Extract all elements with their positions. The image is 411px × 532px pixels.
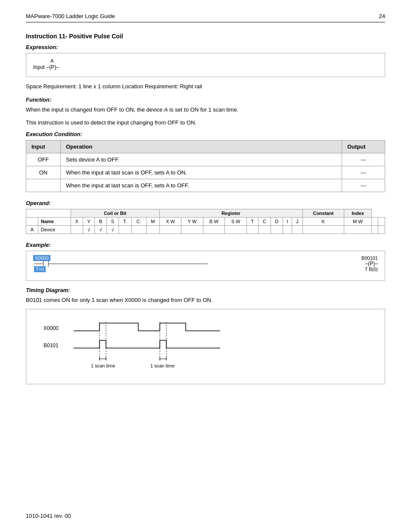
example-right-mid: –(P)– [365, 261, 378, 267]
highlight-x0000: X0000 [33, 255, 50, 261]
page: MAPware-7000 Ladder Logic Guide 24 Instr… [0, 0, 411, 532]
timing-x-label: X0000 [44, 325, 59, 331]
col-y: Y [83, 218, 95, 226]
col-d: D [271, 218, 283, 226]
index-header: Index [344, 209, 371, 218]
expression-label: Expression: [26, 44, 385, 50]
scan-label-2: 1 scan time [150, 363, 174, 368]
exec-cell-operation: When the input at last scan is OFF, sets… [61, 166, 342, 179]
col-c: C. [131, 218, 146, 226]
col-i: I [283, 218, 292, 226]
exec-cell-operation: Sets device A to OFF. [61, 153, 342, 166]
operand-row-label: A [26, 226, 38, 234]
function-label: Function: [26, 96, 385, 103]
page-header: MAPware-7000 Ladder Logic Guide 24 [26, 13, 385, 22]
col-b: B [95, 218, 107, 226]
constant-header: Constant [302, 209, 344, 218]
highlight-tx0: T×0 [34, 266, 46, 272]
exec-cell-input: ON [26, 166, 61, 179]
exec-col-output: Output [342, 140, 385, 153]
col-t2: T [246, 218, 258, 226]
col-c2: C [258, 218, 271, 226]
exec-cell-input: OFF [26, 153, 61, 166]
exec-col-input: Input [26, 140, 61, 153]
example-inner: X0000 ──┤ ├─────────────────────────────… [33, 255, 378, 272]
exec-col-operation: Operation [61, 140, 342, 153]
example-box: X0000 ──┤ ├─────────────────────────────… [26, 251, 385, 281]
coil-header: Coil or Bit [71, 209, 159, 218]
exec-row: ON When the input at last scan is OFF, s… [26, 166, 385, 179]
exec-cell-operation: When the input at last scan is OFF, sets… [61, 179, 342, 192]
example-right-bot: T B(0) [365, 267, 378, 272]
example-label: Example: [26, 242, 385, 248]
exec-cell-output: --- [342, 166, 385, 179]
timing-svg: X0000 B0101 1 scan time 1 scan time [39, 318, 255, 374]
col-j: J [292, 218, 302, 226]
col-yw: Y W [181, 218, 203, 226]
col-x: X [71, 218, 83, 226]
example-contact: ──┤ ├───────────────────────────────────… [34, 261, 208, 267]
example-left-bottom: T×0 [34, 267, 208, 272]
scan-label-1: 1 scan time [91, 363, 115, 368]
example-right: B00101 –(P)– T B(0) [361, 255, 378, 272]
col-mw: M W [344, 218, 371, 226]
register-header: Register [159, 209, 302, 218]
exec-label: Execution Condition: [26, 131, 385, 137]
function-text1: When the input is changed from OFF to ON… [26, 106, 164, 113]
function-italic: A [164, 106, 168, 113]
exec-row: When the input at last scan is OFF, sets… [26, 179, 385, 192]
execution-table: Input Operation Output OFF Sets device A… [26, 140, 385, 192]
timing-label: Timing Diagram: [26, 287, 385, 293]
timing-b-label: B0101 [44, 342, 59, 348]
timing-box: X0000 B0101 1 scan time 1 scan time [26, 309, 385, 384]
example-left-top: X0000 [33, 255, 208, 261]
example-right-top: B00101 [361, 255, 378, 261]
function-text: When the input is changed from OFF to ON… [26, 106, 385, 114]
example-left: X0000 ──┤ ├─────────────────────────────… [33, 255, 208, 272]
header-page: 24 [379, 13, 385, 19]
function-text2: is set to ON for 1 scan time. [168, 106, 239, 113]
footer-text: 1010-1041 rev. 00 [26, 513, 71, 519]
col-s: S [107, 218, 119, 226]
col-m: M [146, 218, 159, 226]
expression-inner: A Input –(P)– [33, 58, 59, 70]
section-title: Instruction 11- Positive Pulse Coil [26, 33, 385, 40]
exec-cell-input [26, 179, 61, 192]
col-k: K [302, 218, 344, 226]
col-sw: S W [225, 218, 247, 226]
exec-row: OFF Sets device A to OFF. --- [26, 153, 385, 166]
col-const [372, 218, 378, 226]
operand-label: Operand: [26, 200, 385, 206]
operand-row-name: Device [38, 226, 71, 234]
exec-cell-output: --- [342, 153, 385, 166]
function-text3: This instruction is used to detect the i… [26, 118, 385, 127]
expr-symbol: –(P)– [47, 64, 59, 70]
header-title: MAPware-7000 Ladder Logic Guide [26, 13, 115, 19]
expr-top: A [50, 58, 53, 63]
space-requirement: Space Requirement: 1 line x 1 column Loc… [26, 83, 385, 90]
exec-cell-output: --- [342, 179, 385, 192]
col-bw: B W [203, 218, 225, 226]
operand-table: Coil or Bit Register Constant Index Name… [26, 209, 385, 234]
operand-row: A Device √ √ √ [26, 226, 385, 234]
col-t: T. [118, 218, 131, 226]
col-index [378, 218, 385, 226]
expr-bottom: Input –(P)– [33, 64, 59, 70]
col-xw: X W [159, 218, 181, 226]
footer: 1010-1041 rev. 00 [26, 513, 71, 519]
expression-box: A Input –(P)– [26, 53, 385, 77]
expr-input: Input [33, 64, 45, 70]
timing-text: B0101 comes ON for only 1 scan when X000… [26, 296, 385, 305]
